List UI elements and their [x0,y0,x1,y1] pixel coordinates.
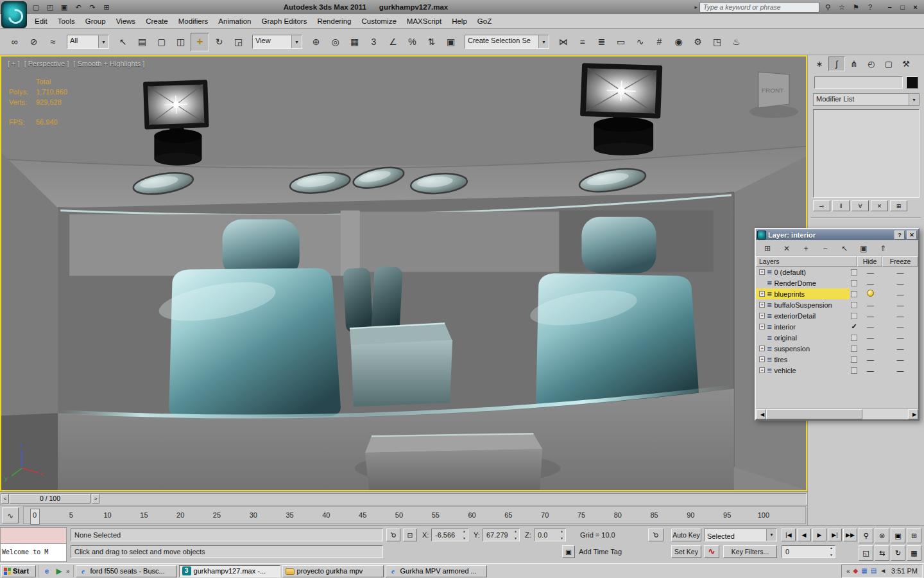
add-time-tag-label[interactable]: Add Time Tag [579,548,622,556]
key-mode-dropdown[interactable]: Selected ▼ [704,529,777,541]
current-layer-checkbox[interactable] [850,280,859,286]
use-pivot-center-icon[interactable]: ⊕ [307,33,325,51]
selection-lock-toggle[interactable]: ⚲ [386,529,400,541]
perspective-viewport[interactable]: FRONT z x y [ + ] [ Perspective ] [ Smoo… [0,55,807,491]
tab-display[interactable]: ▢ [880,57,897,71]
layer-dialog-titlebar[interactable]: Layer: interior ? ✕ [756,229,918,240]
select-and-move-icon[interactable]: + [191,33,209,51]
layer-row[interactable]: + ≣ vehicle — — [756,365,918,376]
layer-row[interactable]: + ≣ buffaloSuspension — — [756,299,918,310]
reference-coordinate-dropdown[interactable]: View ▼ [252,35,302,49]
render-production-icon[interactable]: ♨ [727,33,746,51]
expand-toggle-icon[interactable]: + [759,269,765,275]
layer-row[interactable]: + ≣ exteriorDetail — — [756,310,918,321]
search-input[interactable] [699,2,819,13]
layer-hide-toggle[interactable]: — [859,367,882,374]
time-slider-track[interactable] [1,493,807,505]
percent-snap-icon[interactable]: % [403,33,422,51]
hide-unhide-all-icon[interactable]: ⇑ [877,242,889,254]
remove-modifier-icon[interactable]: ✕ [871,200,888,211]
tab-modify[interactable]: ∫ [828,57,845,71]
schematic-view-icon[interactable]: # [650,33,669,51]
column-header-freeze[interactable]: Freeze [882,256,918,267]
tab-hierarchy[interactable]: ⋔ [846,57,862,71]
spinner-icon[interactable]: ▲▼ [513,530,518,540]
layer-name[interactable]: 0 (default) [774,268,806,276]
menu-item[interactable]: Create [141,14,173,28]
dialog-close-button[interactable]: ✕ [907,231,917,240]
viewport-pov-menu[interactable]: [ Perspective ] [24,60,69,67]
expand-toggle-icon[interactable]: + [759,367,765,373]
maxscript-mini-listener[interactable]: Welcome to M [0,527,67,562]
snap-toggle-3d-icon[interactable]: 3 [364,33,383,51]
menu-item[interactable]: Rendering [312,14,356,28]
next-frame-button[interactable]: ▶| [828,529,842,541]
infocenter-arrow-icon[interactable]: ▸ [694,4,697,10]
layer-freeze-toggle[interactable]: — [882,312,918,320]
tray-chevron-icon[interactable]: « [846,568,850,575]
show-end-result-icon[interactable]: ‖ [832,200,850,211]
layer-name[interactable]: original [774,334,796,342]
track-bar-ruler[interactable]: 0510152025303540455055606570758085909510… [23,506,806,524]
graphite-ribbon-icon[interactable]: ▭ [612,33,630,51]
pan-icon[interactable]: ⇆ [875,545,889,561]
layer-row[interactable]: ≣ original — — [756,332,918,343]
previous-frame-arrow[interactable]: < [1,494,9,504]
menu-item[interactable]: Animation [213,14,256,28]
layer-freeze-toggle[interactable]: — [882,290,918,298]
expand-toggle-icon[interactable]: + [759,324,765,329]
rendered-frame-icon[interactable]: ◳ [708,33,726,51]
layer-hide-toggle[interactable]: — [859,323,882,331]
layer-name[interactable]: RenderDome [774,279,816,287]
new-scene-icon[interactable]: ▢ [30,1,42,13]
menu-item[interactable]: Group [80,14,111,28]
pin-stack-icon[interactable]: ⊸ [813,200,830,211]
bind-to-space-warp-icon[interactable]: ≈ [44,33,62,51]
layer-hide-toggle[interactable]: — [859,279,882,287]
layer-name[interactable]: vehicle [774,367,796,374]
layer-hide-toggle[interactable]: — [859,356,882,363]
tab-motion[interactable]: ◴ [863,57,880,71]
help-icon[interactable]: ? [864,1,877,13]
current-layer-checkbox[interactable] [850,302,859,308]
display-tray-icon[interactable]: ▦ [861,566,867,576]
favorites-icon[interactable]: ⚑ [850,1,862,13]
layer-freeze-toggle[interactable]: — [882,356,918,363]
spinner-icon[interactable]: ▲▼ [559,530,565,540]
project-folder-icon[interactable]: ⊞ [100,1,113,13]
viewport-general-menu[interactable]: [ + ] [8,60,20,67]
layer-name[interactable]: suspension [774,345,810,353]
layer-freeze-toggle[interactable]: — [882,334,918,342]
listener-macro-recorder[interactable] [0,527,67,544]
time-slider-handle[interactable]: 0 / 100 [10,494,90,504]
current-layer-checkbox[interactable]: ✓ [850,322,859,331]
layer-hide-toggle[interactable]: — [859,334,882,342]
modifier-list-dropdown[interactable]: Modifier List ▼ [813,93,920,106]
select-object-icon[interactable]: ↖ [114,33,132,51]
layer-freeze-toggle[interactable]: — [882,323,918,331]
select-and-manipulate-icon[interactable]: ◎ [326,33,345,51]
object-color-swatch[interactable] [906,76,918,89]
taskbar-window-button[interactable]: e Gurkha MPV armored ... [386,565,487,577]
layer-name[interactable]: buffaloSuspension [774,301,832,309]
layer-name[interactable]: tires [774,356,787,363]
expand-toggle-icon[interactable]: + [759,291,765,297]
auto-key-button[interactable]: Auto Key [671,529,701,541]
open-file-icon[interactable]: ◰ [44,1,56,13]
tab-utilities[interactable]: ⚒ [898,57,914,71]
maximize-button[interactable]: □ [896,2,909,13]
layer-row[interactable]: + ≣ interior ✓ — — [756,321,918,332]
taskbar-window-button[interactable]: e ford f550 seats - Busc... [76,565,177,577]
listener-output[interactable]: Welcome to M [0,544,67,562]
communication-center-icon[interactable]: ☆ [835,1,848,13]
scroll-left-button[interactable]: ◀ [756,409,766,419]
unlink-selection-icon[interactable]: ⊘ [24,33,43,51]
render-setup-icon[interactable]: ⚙ [689,33,707,51]
expand-toggle-icon[interactable]: + [759,356,765,362]
curve-editor-icon[interactable]: ∿ [631,33,649,51]
spinner-snap-icon[interactable]: ⇅ [422,33,441,51]
zoom-extents-all-icon[interactable]: ⊞ [907,528,921,543]
quick-launch-chevron-icon[interactable]: » [66,568,70,575]
current-layer-checkbox[interactable] [850,291,859,297]
align-icon[interactable]: ≡ [573,33,592,51]
